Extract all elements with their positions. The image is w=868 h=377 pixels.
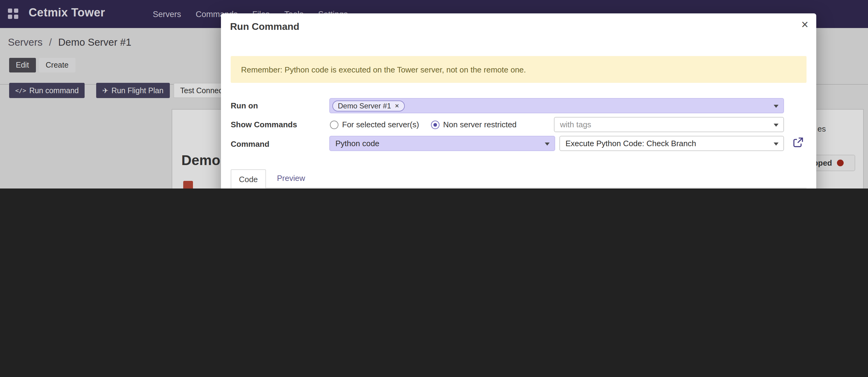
chevron-down-icon bbox=[774, 142, 778, 145]
label-run-on: Run on bbox=[231, 101, 258, 110]
python-warning-alert: Remember: Python code is executed on the… bbox=[231, 56, 807, 83]
command-type-select[interactable]: Python code bbox=[329, 136, 555, 151]
with-tags-select[interactable]: with tags bbox=[554, 117, 784, 132]
run-on-select[interactable]: Demo Server #1 ✕ bbox=[329, 98, 784, 113]
modal-title: Run Command bbox=[230, 21, 300, 32]
command-select[interactable]: Execute Python Code: Check Branch bbox=[559, 136, 784, 151]
chevron-down-icon bbox=[774, 123, 778, 126]
radio-label-non-server-restricted[interactable]: Non server restricted bbox=[443, 120, 517, 129]
run-command-modal: Run Command × Remember: Python code is e… bbox=[221, 13, 816, 188]
label-show-commands: Show Commands bbox=[231, 120, 297, 129]
label-command: Command bbox=[231, 140, 269, 149]
server-tag-chip[interactable]: Demo Server #1 ✕ bbox=[332, 100, 405, 111]
radio-label-for-selected-servers[interactable]: For selected server(s) bbox=[342, 120, 419, 129]
tab-underline bbox=[231, 187, 807, 188]
tab-code[interactable]: Code bbox=[231, 169, 266, 188]
radio-for-selected-servers[interactable] bbox=[330, 121, 338, 129]
remove-tag-icon[interactable]: ✕ bbox=[395, 103, 399, 109]
external-link-icon[interactable] bbox=[793, 137, 804, 148]
app-root: Cetmix Tower ServersCommandsFilesToolsSe… bbox=[0, 0, 868, 188]
radio-non-server-restricted[interactable] bbox=[431, 121, 439, 129]
chevron-down-icon bbox=[774, 105, 778, 108]
chevron-down-icon bbox=[545, 142, 550, 145]
close-icon[interactable]: × bbox=[801, 18, 808, 30]
tab-preview[interactable]: Preview bbox=[277, 174, 305, 183]
